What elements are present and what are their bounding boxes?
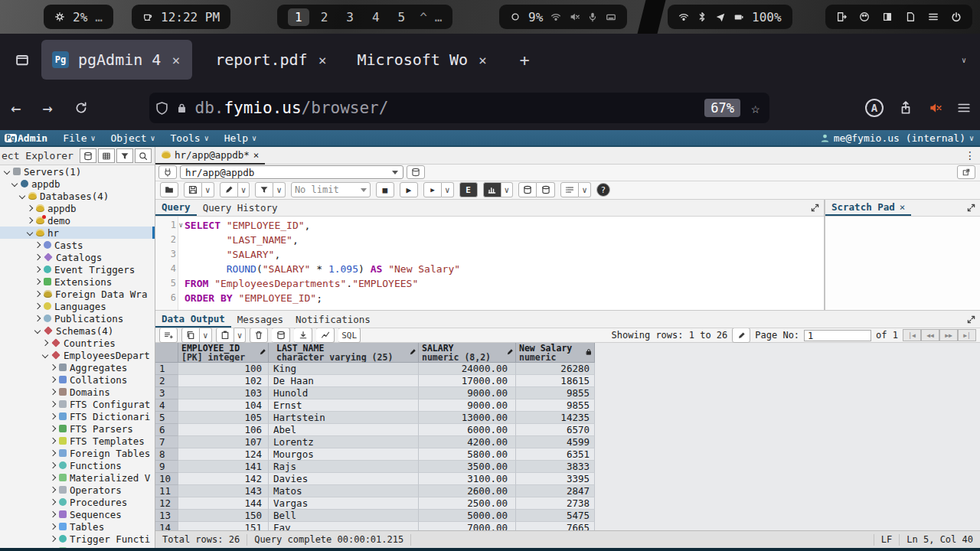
menu-lines-icon[interactable] bbox=[928, 11, 939, 22]
firefox-view-icon[interactable] bbox=[9, 47, 35, 73]
app-menu-icon[interactable] bbox=[957, 101, 971, 115]
row-number-cell[interactable]: 6 bbox=[155, 424, 178, 436]
tree-item-databases-4-[interactable]: Databases(4) bbox=[0, 190, 155, 202]
chevron-right-icon[interactable] bbox=[50, 536, 56, 542]
row-number-cell[interactable]: 9 bbox=[155, 461, 178, 473]
notes-icon[interactable] bbox=[905, 11, 916, 22]
cell-new-salary[interactable]: 3833 bbox=[516, 461, 595, 473]
cell-new-salary[interactable]: 4599 bbox=[516, 436, 595, 448]
stop-button[interactable]: ■ bbox=[376, 182, 394, 197]
cell-salary[interactable]: 5000.00 bbox=[419, 510, 516, 522]
connection-status-button[interactable] bbox=[158, 165, 177, 179]
edit-button[interactable] bbox=[220, 182, 238, 197]
tree-item-fts-dictionari[interactable]: FTS Dictionari bbox=[0, 410, 155, 422]
tree-item-functions[interactable]: Functions bbox=[0, 459, 155, 471]
chevron-right-icon[interactable] bbox=[50, 487, 56, 493]
cell-last-name[interactable]: Lorentz bbox=[269, 436, 419, 448]
chevron-right-icon[interactable] bbox=[50, 511, 56, 517]
menu-help[interactable]: Help ∨ bbox=[217, 132, 264, 144]
tree-item-aggregates[interactable]: Aggregates bbox=[0, 361, 155, 373]
save-dropdown[interactable]: ∨ bbox=[202, 182, 214, 197]
new-connection-button[interactable] bbox=[407, 165, 425, 179]
chevron-right-icon[interactable] bbox=[50, 364, 56, 370]
cell-last-name[interactable]: Matos bbox=[269, 485, 419, 497]
status-widget[interactable]: 9% bbox=[499, 5, 627, 29]
cell-employee-id[interactable]: 104 bbox=[178, 399, 269, 412]
macros-dropdown[interactable]: ∨ bbox=[579, 182, 591, 197]
cell-new-salary[interactable]: 2847 bbox=[516, 485, 595, 497]
chevron-right-icon[interactable] bbox=[50, 462, 56, 468]
cell-last-name[interactable]: Rajs bbox=[269, 461, 419, 473]
row-number-cell[interactable]: 11 bbox=[155, 485, 178, 497]
chevron-right-icon[interactable] bbox=[34, 279, 41, 285]
bookmark-star-icon[interactable]: ☆ bbox=[748, 99, 763, 116]
menu-tools[interactable]: Tools ∨ bbox=[163, 132, 217, 144]
tree-item-trigger-functi[interactable]: Trigger Functi bbox=[0, 533, 155, 545]
cell-salary[interactable]: 2500.00 bbox=[419, 497, 516, 510]
download-button[interactable] bbox=[294, 328, 312, 343]
save-data-button[interactable] bbox=[272, 328, 290, 343]
workspace-4[interactable]: 4 bbox=[365, 8, 387, 26]
tab-close-icon[interactable]: × bbox=[253, 149, 260, 161]
cell-new-salary[interactable]: 18615 bbox=[516, 375, 595, 387]
tab-close-icon[interactable]: × bbox=[900, 201, 906, 213]
tree-item-appdb[interactable]: appdb bbox=[0, 178, 155, 190]
user-menu[interactable]: me@fymio.us (internal) ∨ bbox=[820, 132, 974, 144]
cell-last-name[interactable]: Fay bbox=[269, 522, 419, 530]
extension-icon[interactable] bbox=[928, 101, 942, 115]
tree-item-fts-parsers[interactable]: FTS Parsers bbox=[0, 422, 155, 435]
tree-item-casts[interactable]: Casts bbox=[0, 239, 155, 251]
cell-new-salary[interactable]: 14235 bbox=[516, 412, 595, 424]
share-icon[interactable] bbox=[899, 101, 913, 115]
row-number-cell[interactable]: 2 bbox=[155, 375, 178, 387]
tree-item-appdb[interactable]: appdb bbox=[0, 202, 155, 214]
url-bar[interactable]: db.fymio.us/browser/ 67% ☆ bbox=[149, 93, 769, 123]
row-number-cell[interactable]: 14 bbox=[155, 522, 178, 530]
cell-employee-id[interactable]: 102 bbox=[178, 375, 269, 387]
back-button[interactable]: ← bbox=[0, 99, 31, 118]
cell-last-name[interactable]: Hunold bbox=[269, 387, 419, 399]
execute-button[interactable]: ▶ bbox=[400, 182, 418, 197]
column-header-employee-id[interactable]: EMPLOYEE_ID[PK] integer bbox=[178, 343, 269, 363]
browser-tab-report[interactable]: report.pdf × bbox=[204, 40, 338, 80]
cell-employee-id[interactable]: 124 bbox=[178, 448, 269, 461]
workspace-2[interactable]: 2 bbox=[314, 8, 335, 26]
edit-range-button[interactable] bbox=[732, 328, 750, 343]
cell-last-name[interactable]: Mourgos bbox=[269, 448, 419, 461]
delete-row-button[interactable] bbox=[250, 328, 268, 343]
fold-icon[interactable]: ∨ bbox=[179, 218, 183, 233]
paste-dropdown[interactable]: ∨ bbox=[234, 328, 247, 343]
tree-item-materialized-v[interactable]: Materialized V bbox=[0, 471, 155, 484]
prev-page-button[interactable]: ◀◀ bbox=[921, 329, 939, 341]
row-number-cell[interactable]: 12 bbox=[155, 497, 178, 510]
column-header-salary[interactable]: SALARYnumeric (8,2) bbox=[419, 343, 516, 363]
tree-item-hr[interactable]: hr bbox=[0, 227, 155, 239]
sql-editor[interactable]: 1∨23456 SELECT "EMPLOYEE_ID", "LAST_NAME… bbox=[155, 217, 824, 310]
edit-dropdown[interactable]: ∨ bbox=[238, 182, 250, 197]
tree-item-schemas-4-[interactable]: Schemas(4) bbox=[0, 324, 155, 337]
add-row-button[interactable] bbox=[159, 328, 178, 343]
cell-salary[interactable]: 24000.00 bbox=[419, 363, 516, 375]
cell-new-salary[interactable]: 9855 bbox=[516, 399, 595, 412]
workspace-more[interactable]: … bbox=[435, 10, 443, 24]
tray-widget[interactable]: 100% bbox=[668, 5, 792, 29]
tree-item-countries[interactable]: Countries bbox=[0, 337, 155, 349]
chevron-right-icon[interactable] bbox=[50, 425, 56, 432]
chevron-down-icon[interactable] bbox=[34, 328, 41, 334]
tree-item-collations[interactable]: Collations bbox=[0, 373, 155, 386]
tab-messages[interactable]: Messages bbox=[231, 311, 289, 328]
open-new-tab-icon[interactable] bbox=[957, 165, 975, 179]
browser-tab-pgadmin[interactable]: Pg pgAdmin 4 × bbox=[41, 40, 192, 80]
tree-item-foreign-data-wra[interactable]: Foreign Data Wra bbox=[0, 288, 155, 300]
tracking-shield-icon[interactable] bbox=[155, 102, 168, 115]
chevron-right-icon[interactable] bbox=[27, 205, 33, 211]
chevron-right-icon[interactable] bbox=[27, 217, 33, 223]
url-text[interactable]: db.fymio.us/browser/ bbox=[195, 99, 697, 117]
copy-button[interactable] bbox=[181, 328, 200, 343]
cell-new-salary[interactable]: 3395 bbox=[516, 473, 595, 485]
cell-salary[interactable]: 5800.00 bbox=[419, 448, 516, 461]
tab-notifications[interactable]: Notifications bbox=[289, 311, 377, 328]
cell-last-name[interactable]: De Haan bbox=[269, 375, 419, 387]
cell-salary[interactable]: 2600.00 bbox=[419, 485, 516, 497]
cell-employee-id[interactable]: 105 bbox=[178, 412, 269, 424]
